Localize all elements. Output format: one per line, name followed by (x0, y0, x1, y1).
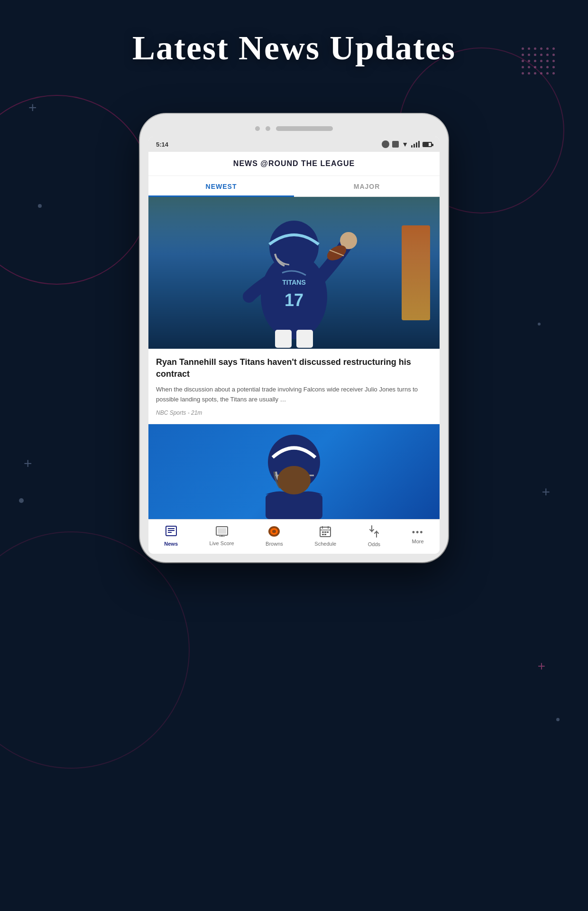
svg-rect-29 (327, 531, 329, 533)
svg-rect-27 (322, 531, 324, 533)
nav-item-livescore[interactable]: Live Score (210, 526, 234, 546)
tab-major[interactable]: MAJOR (294, 176, 440, 196)
app-icon-circle (382, 140, 389, 148)
svg-text:TITANS: TITANS (282, 279, 306, 286)
player2-svg (237, 424, 351, 519)
plus-decoration-2: + (24, 456, 32, 472)
plus-decoration-3: + (542, 484, 550, 500)
nav-item-odds[interactable]: Odds (368, 525, 380, 547)
page-title: Latest News Updates (9, 28, 579, 68)
more-icon: ••• (412, 528, 424, 537)
news-body-1: When the discussion about a potential tr… (156, 385, 432, 405)
app-header: NEWS @ROUND THE LEAGUE (148, 152, 440, 176)
nav-label-browns: Browns (266, 541, 283, 547)
page-header: Latest News Updates (0, 0, 588, 82)
nav-label-more: More (412, 539, 424, 544)
plus-decoration-4: + (538, 659, 545, 674)
signal-bar-1 (411, 145, 413, 148)
scatter-dot (556, 718, 560, 721)
svg-point-11 (277, 466, 311, 494)
bg-circle-3 (0, 531, 190, 769)
svg-rect-10 (266, 494, 322, 519)
news-content-1: Ryan Tannehill says Titans haven't discu… (148, 349, 440, 424)
bg-circle-1 (0, 95, 152, 285)
battery-fill (423, 143, 429, 146)
app-icon-square (392, 141, 399, 148)
news-card-2[interactable] (148, 424, 440, 519)
wifi-icon: ▼ (402, 140, 408, 148)
signal-bars (411, 141, 420, 148)
svg-rect-30 (322, 534, 324, 535)
nav-label-schedule: Schedule (314, 541, 336, 547)
tabs-row: NEWEST MAJOR (148, 176, 440, 197)
status-icons: ▼ (382, 140, 432, 148)
news-source-1: NBC Sports - 21m (156, 409, 432, 416)
odds-icon (369, 525, 379, 539)
news-icon (165, 526, 177, 539)
phone-screen: 5:14 ▼ NEWS (148, 137, 440, 554)
svg-rect-31 (324, 534, 326, 535)
phone-top-bar (148, 122, 440, 137)
svg-point-3 (269, 221, 319, 273)
tab-newest[interactable]: NEWEST (148, 176, 294, 196)
signal-bar-4 (418, 141, 420, 148)
phone-mockup: 5:14 ▼ NEWS (140, 114, 448, 562)
nav-label-news: News (164, 541, 178, 547)
nav-label-odds: Odds (368, 541, 380, 547)
phone-speaker (276, 126, 333, 131)
svg-rect-8 (296, 330, 313, 348)
schedule-icon (320, 526, 331, 539)
scatter-dot (538, 323, 541, 325)
svg-rect-7 (275, 330, 292, 348)
player-svg: 17 TITANS (228, 202, 360, 349)
app-title: NEWS @ROUND THE LEAGUE (233, 159, 355, 167)
nav-item-schedule[interactable]: Schedule (314, 526, 336, 547)
nav-label-livescore: Live Score (210, 540, 234, 546)
svg-rect-28 (324, 531, 326, 533)
nav-item-browns[interactable]: Browns (266, 526, 283, 547)
nav-item-news[interactable]: News (164, 526, 178, 547)
battery-icon (423, 142, 432, 147)
news-card-1[interactable]: 17 TITANS (148, 197, 440, 424)
news-headline-1: Ryan Tannehill says Titans haven't discu… (156, 356, 432, 380)
signal-bar-2 (413, 144, 415, 148)
livescore-icon (216, 526, 228, 539)
browns-icon (268, 526, 280, 539)
svg-rect-17 (218, 528, 226, 534)
svg-text:17: 17 (285, 290, 303, 310)
status-bar: 5:14 ▼ (148, 137, 440, 152)
svg-point-22 (272, 530, 276, 533)
news-image-1: 17 TITANS (148, 197, 440, 349)
orange-cones (402, 225, 430, 320)
signal-bar-3 (416, 142, 417, 148)
phone-dot-2 (266, 126, 270, 131)
phone-frame: 5:14 ▼ NEWS (140, 114, 448, 562)
scatter-dot (38, 204, 42, 208)
bottom-nav: News Live Score (148, 519, 440, 554)
nav-item-more[interactable]: ••• More (412, 528, 424, 544)
phone-dot-1 (255, 126, 260, 131)
scatter-dot (19, 498, 24, 503)
plus-decoration-1: + (28, 100, 37, 116)
status-time: 5:14 (156, 141, 168, 148)
